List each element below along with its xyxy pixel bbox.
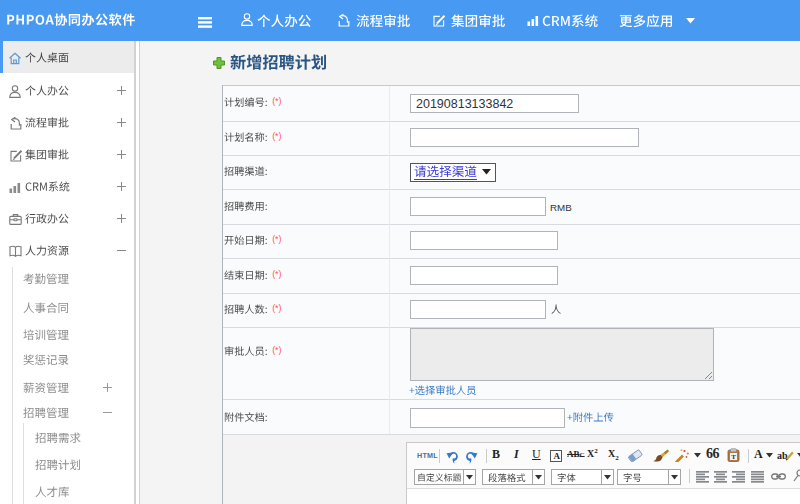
svg-text:T: T [731,453,736,461]
